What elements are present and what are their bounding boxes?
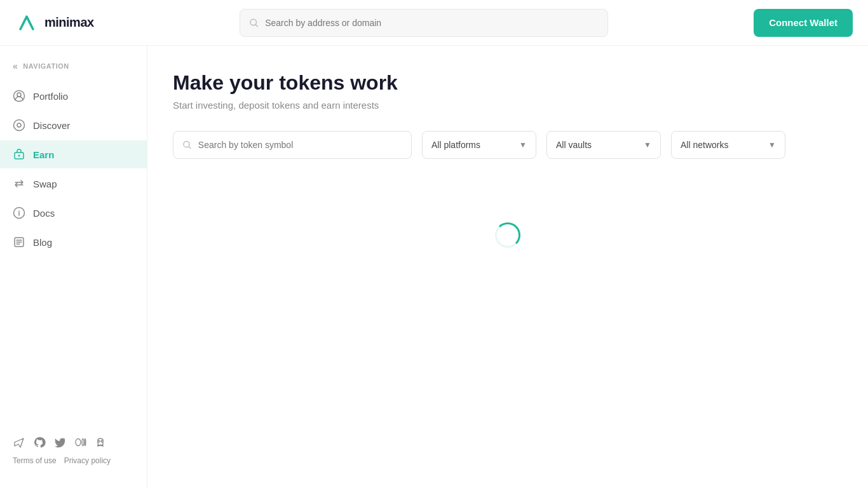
- sidebar-item-blog[interactable]: Blog: [0, 228, 147, 256]
- platforms-filter-label: All platforms: [431, 140, 480, 150]
- docs-icon: [13, 207, 25, 219]
- platforms-filter[interactable]: All platforms ▼: [422, 131, 536, 159]
- medium-icon[interactable]: [74, 436, 86, 449]
- vaults-chevron-icon: ▼: [644, 140, 651, 149]
- svg-point-12: [85, 439, 86, 446]
- sidebar-item-swap-label: Swap: [33, 179, 57, 189]
- sidebar-item-docs[interactable]: Docs: [0, 199, 147, 227]
- search-icon: [249, 18, 259, 28]
- networks-filter-label: All networks: [681, 140, 728, 150]
- terms-of-use-link[interactable]: Terms of use: [13, 456, 57, 465]
- token-search-container: [173, 131, 412, 159]
- sidebar-item-docs-label: Docs: [33, 208, 55, 219]
- address-search-input[interactable]: [265, 18, 599, 28]
- svg-point-10: [76, 439, 81, 446]
- svg-point-4: [14, 120, 25, 131]
- sidebar-item-portfolio-label: Portfolio: [33, 91, 68, 102]
- vaults-filter-label: All vaults: [556, 140, 592, 150]
- sidebar-item-discover-label: Discover: [33, 120, 70, 131]
- header: minimax Connect Wallet: [0, 0, 868, 46]
- page-title: Make your tokens work: [173, 71, 843, 95]
- svg-point-11: [82, 439, 84, 446]
- sidebar-item-earn-label: Earn: [33, 149, 54, 160]
- header-search-container: [240, 9, 608, 37]
- sidebar-item-earn[interactable]: Earn: [0, 140, 147, 168]
- earn-icon: [13, 148, 25, 161]
- twitter-icon[interactable]: [53, 436, 66, 449]
- nav-collapse-icon[interactable]: «: [13, 61, 18, 71]
- svg-point-3: [17, 93, 21, 97]
- networks-chevron-icon: ▼: [768, 140, 776, 149]
- sidebar-footer: Terms of use Privacy policy: [0, 426, 147, 475]
- portfolio-icon: [13, 90, 25, 102]
- social-links: [13, 436, 134, 449]
- sidebar: « NAVIGATION Portfolio Discover: [0, 46, 147, 488]
- nav-section-label: « NAVIGATION: [0, 58, 147, 81]
- token-search-input[interactable]: [198, 140, 402, 150]
- blog-icon: [13, 236, 25, 248]
- networks-filter[interactable]: All networks ▼: [671, 131, 785, 159]
- sidebar-item-swap[interactable]: Swap: [0, 170, 147, 198]
- svg-point-5: [17, 123, 21, 127]
- discord-icon[interactable]: [94, 436, 107, 449]
- discover-icon: [13, 119, 25, 132]
- svg-rect-0: [15, 11, 38, 34]
- logo-icon: [15, 11, 38, 34]
- platforms-chevron-icon: ▼: [519, 140, 527, 149]
- sidebar-item-blog-label: Blog: [33, 237, 52, 248]
- search-icon: [182, 140, 192, 150]
- logo[interactable]: minimax: [15, 11, 94, 34]
- loading-spinner: [495, 222, 520, 248]
- connect-wallet-button[interactable]: Connect Wallet: [754, 9, 853, 37]
- privacy-policy-link[interactable]: Privacy policy: [64, 456, 111, 465]
- swap-icon: [13, 177, 25, 190]
- page-subtitle: Start investing, deposit tokens and earn…: [173, 100, 843, 111]
- telegram-icon[interactable]: [13, 436, 25, 449]
- footer-links: Terms of use Privacy policy: [13, 456, 134, 465]
- svg-point-7: [18, 155, 20, 157]
- sidebar-item-discover[interactable]: Discover: [0, 111, 147, 139]
- main-content: Make your tokens work Start investing, d…: [147, 46, 868, 488]
- loading-container: [173, 184, 843, 286]
- sidebar-item-portfolio[interactable]: Portfolio: [0, 82, 147, 110]
- logo-text: minimax: [44, 15, 94, 30]
- github-icon[interactable]: [33, 436, 46, 449]
- vaults-filter[interactable]: All vaults ▼: [546, 131, 661, 159]
- body-container: « NAVIGATION Portfolio Discover: [0, 46, 868, 488]
- filters-row: All platforms ▼ All vaults ▼ All network…: [173, 131, 843, 159]
